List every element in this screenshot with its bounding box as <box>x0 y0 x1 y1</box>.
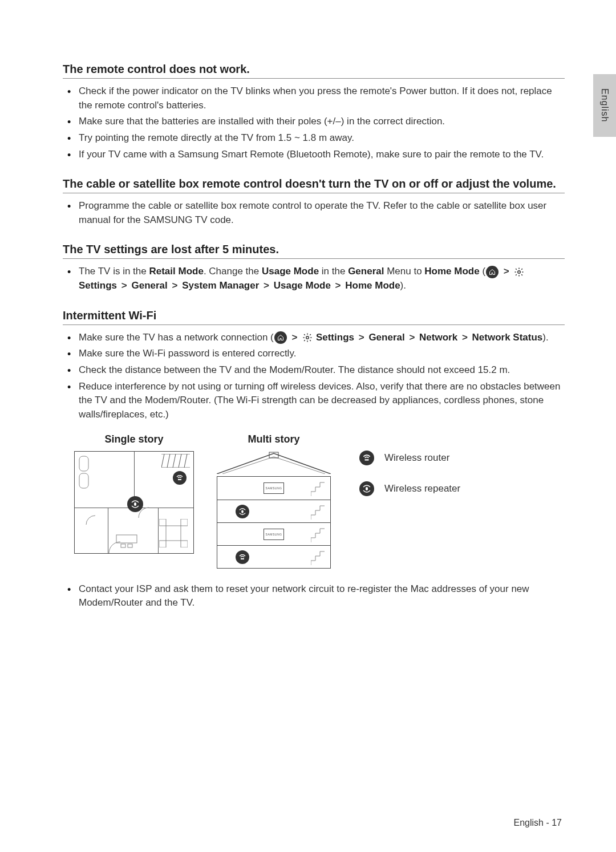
bold-text: Settings <box>79 280 117 291</box>
section-title-wifi: Intermittent Wi-Fi <box>63 309 565 325</box>
house-body: SAMSUNG SAMSUNG <box>217 476 331 569</box>
list-item: The TV is in the Retail Mode. Change the… <box>75 265 565 293</box>
diagram-title: Single story <box>74 433 194 445</box>
remote-list: Check if the power indicator on the TV b… <box>63 84 565 161</box>
bold-text: Retail Mode <box>149 266 203 277</box>
floorplan-multi: SAMSUNG SAMSUNG <box>217 451 331 565</box>
footer-sep: - <box>544 818 552 827</box>
door-arcs <box>75 451 194 553</box>
svg-point-0 <box>518 271 521 274</box>
separator: > <box>407 332 416 343</box>
bold-text: System Manager <box>182 280 259 291</box>
separator: > <box>120 280 129 291</box>
bold-text: General <box>348 266 384 277</box>
list-item: Make sure the Wi-Fi password is entered … <box>75 347 565 361</box>
tv-label: SAMSUNG <box>266 533 282 536</box>
text: in the <box>319 266 348 277</box>
wifi-list: Make sure the TV has a network connectio… <box>63 331 565 422</box>
text: Menu to <box>384 266 424 277</box>
list-item: Make sure the TV has a network connectio… <box>75 331 565 345</box>
settings-lost-list: The TV is in the Retail Mode. Change the… <box>63 265 565 293</box>
bold-text: Home Mode <box>345 280 400 291</box>
text: The TV is in the <box>79 266 149 277</box>
list-item: Try pointing the remote directly at the … <box>75 131 565 145</box>
list-item: Check if the power indicator on the TV b… <box>75 84 565 112</box>
separator: > <box>460 332 469 343</box>
bold-text: General <box>368 332 404 343</box>
list-item: Check the distance between the TV and th… <box>75 363 565 378</box>
bold-text: Usage Mode <box>262 266 319 277</box>
bold-text: General <box>131 280 167 291</box>
repeater-icon <box>359 481 374 496</box>
router-icon <box>236 550 249 564</box>
home-icon <box>274 331 287 344</box>
cable-list: Programme the cable or satellite box rem… <box>63 199 565 227</box>
bold-text: Network Status <box>472 332 543 343</box>
stairs-icon <box>311 526 327 542</box>
legend-row-router: Wireless router <box>359 451 460 465</box>
svg-rect-28 <box>241 510 244 513</box>
footer-page: 17 <box>552 818 562 827</box>
list-item: Reduce interference by not using or turn… <box>75 380 565 422</box>
svg-point-1 <box>306 336 309 339</box>
settings-icon <box>302 332 313 343</box>
separator: > <box>502 266 511 277</box>
tv-icon: SAMSUNG <box>264 529 284 540</box>
page-footer: English - 17 <box>514 818 562 828</box>
svg-rect-49 <box>366 487 368 490</box>
list-item: Make sure that the batteries are install… <box>75 115 565 129</box>
repeater-icon <box>236 505 249 518</box>
separator: > <box>171 280 180 291</box>
bold-text: Usage Mode <box>274 280 331 291</box>
stairs-icon <box>311 504 327 520</box>
separator: > <box>357 332 366 343</box>
page-content: The remote control does not work. Check … <box>0 0 616 647</box>
legend-row-repeater: Wireless repeater <box>359 481 460 496</box>
settings-icon <box>514 267 524 277</box>
tv-icon: SAMSUNG <box>264 482 284 494</box>
stairs-icon <box>311 480 327 496</box>
home-icon <box>486 266 499 278</box>
separator: > <box>262 280 271 291</box>
svg-rect-48 <box>365 459 369 460</box>
diagram-multi-story: Multi story SAMSUNG <box>217 433 331 565</box>
text: . Change the <box>204 266 262 277</box>
diagram-legend: Wireless router Wireless repeater <box>359 451 460 512</box>
section-title-settings-lost: The TV settings are lost after 5 minutes… <box>63 243 565 259</box>
diagram-single-story: Single story <box>74 433 194 554</box>
stairs-icon <box>311 549 327 565</box>
diagram-title: Multi story <box>217 433 331 445</box>
bold-text: Network <box>419 332 457 343</box>
section-title-remote: The remote control does not work. <box>63 63 565 79</box>
router-icon <box>359 451 374 465</box>
bold-text: Settings <box>316 332 354 343</box>
list-item: Programme the cable or satellite box rem… <box>75 199 565 227</box>
bold-text: Home Mode <box>424 266 479 277</box>
section-title-cable: The cable or satellite box remote contro… <box>63 177 565 193</box>
text: Make sure the TV has a network connectio… <box>79 332 274 343</box>
separator: > <box>334 280 343 291</box>
wifi-list-tail: Contact your ISP and ask them to reset y… <box>63 582 565 610</box>
list-item: If your TV came with a Samsung Smart Rem… <box>75 148 565 162</box>
footer-lang: English <box>514 818 544 827</box>
roof-icon <box>217 451 331 474</box>
legend-label: Wireless router <box>384 452 449 464</box>
tv-label: SAMSUNG <box>266 486 282 490</box>
legend-label: Wireless repeater <box>384 483 460 494</box>
floorplan-single <box>74 451 194 554</box>
separator: > <box>290 332 299 343</box>
list-item: Contact your ISP and ask them to reset y… <box>75 582 565 610</box>
svg-rect-41 <box>241 558 244 559</box>
wifi-diagrams: Single story <box>74 433 565 565</box>
